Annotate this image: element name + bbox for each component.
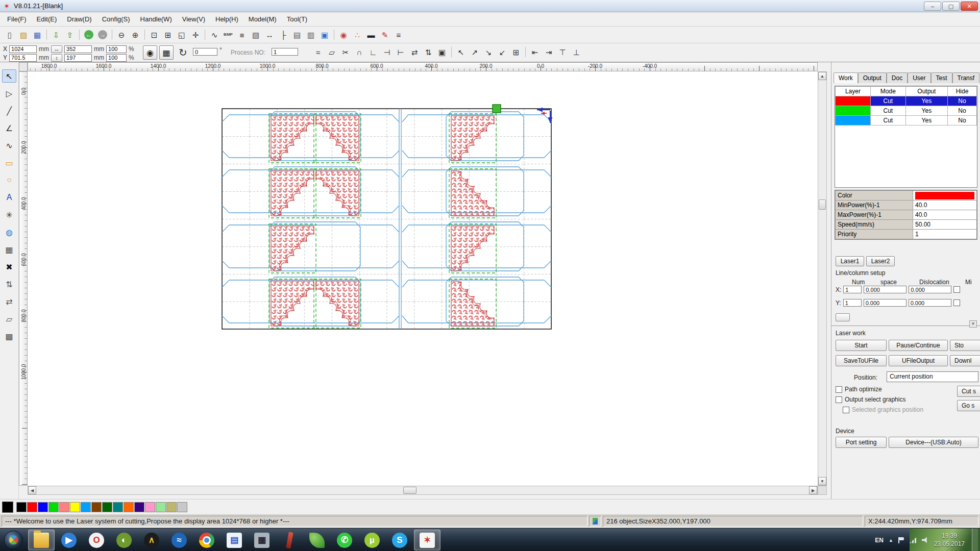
y-dislocation-input[interactable] [909, 299, 951, 307]
start-button-windows[interactable] [4, 531, 23, 549]
palette-color[interactable] [134, 502, 144, 512]
align-right-edge-button[interactable]: ⇥ [542, 45, 555, 59]
node-edit-button[interactable]: ▱ [325, 45, 338, 59]
width-input[interactable] [64, 45, 92, 53]
layer-color-cell[interactable] [836, 116, 871, 126]
scale-y-input[interactable] [106, 54, 127, 62]
join-path-button[interactable]: ⊢ [394, 45, 407, 59]
palette-color[interactable] [166, 502, 177, 512]
y-mirror-checkbox[interactable] [953, 299, 960, 306]
scroll-down-icon[interactable]: ▼ [818, 477, 826, 485]
horizontal-ruler[interactable]: 1800.01600.01400.01200.01000.0800.0600.0… [28, 62, 818, 71]
menu-view[interactable]: View(V) [177, 13, 210, 25]
volume-icon[interactable] [922, 537, 929, 543]
node-select-tool-button[interactable]: ▷ [2, 87, 16, 100]
mirror-vertical-tool-button[interactable]: ⇅ [2, 278, 16, 291]
pan-view-button[interactable]: ✛ [189, 28, 202, 41]
array-copy-tool-button[interactable]: ▦ [2, 243, 16, 256]
trace-bitmap-button[interactable]: ◉ [337, 28, 350, 41]
pause-continue-button[interactable]: Pause/Continue [889, 340, 948, 351]
y-num-input[interactable] [843, 299, 862, 307]
star-tool-button[interactable]: ✳ [2, 208, 16, 221]
action-center-flag-icon[interactable] [898, 537, 904, 543]
align-top-right-button[interactable]: ↗ [468, 45, 481, 59]
zoom-in-button[interactable]: ⊕ [129, 28, 142, 41]
taskbar-rdworks[interactable]: ✶ [414, 530, 440, 550]
tab-output[interactable]: Output [858, 72, 887, 83]
property-value[interactable]: 50.00 [913, 220, 977, 230]
width-arrow-icon[interactable]: ↔ [51, 45, 62, 53]
palette-color[interactable] [38, 502, 48, 512]
taskbar-explorer[interactable] [28, 530, 55, 550]
new-file-button[interactable]: ▯ [3, 28, 16, 41]
lock-ratio-button[interactable]: ◉ [143, 45, 157, 60]
layer-cell[interactable]: Yes [905, 96, 947, 106]
round-corner-button[interactable]: ∩ [353, 45, 366, 59]
break-path-button[interactable]: ⊣ [380, 45, 394, 59]
tab-user[interactable]: User [908, 72, 930, 83]
layer-cell[interactable]: No [947, 106, 976, 116]
ufile-output-button[interactable]: UFileOutput [889, 355, 948, 366]
close-button[interactable]: ✕ [961, 2, 978, 11]
tray-expand-icon[interactable]: ▲ [889, 538, 893, 543]
taskbar-calculator[interactable]: ▦ [249, 530, 275, 550]
download-button[interactable]: Downl [950, 355, 980, 366]
start-button[interactable]: Start [836, 340, 887, 351]
scroll-right-icon[interactable]: ▶ [809, 486, 817, 494]
sharp-corner-button[interactable]: ∟ [366, 45, 380, 59]
y-space-input[interactable] [864, 299, 906, 307]
taskbar-chrome-browser[interactable] [193, 530, 220, 550]
clock[interactable]: 19:39 23.05.2017 [934, 532, 965, 548]
fill-color-button[interactable]: ■ [235, 28, 249, 41]
height-arrow-icon[interactable]: ↕ [51, 54, 62, 62]
cut-path-button[interactable]: ✂ [339, 45, 352, 59]
palette-color[interactable] [113, 502, 123, 512]
print-preview-button[interactable]: ▥ [304, 28, 317, 41]
scale-x-input[interactable] [106, 45, 127, 53]
layer-color-cell[interactable] [836, 96, 871, 106]
stop-button[interactable]: Sto [950, 340, 980, 351]
taskbar-notes-app[interactable]: ▤ [221, 530, 248, 550]
layer-cell[interactable]: Cut [870, 116, 905, 126]
menu-help[interactable]: Help(H) [210, 13, 243, 25]
minimize-button[interactable]: – [924, 2, 941, 11]
image-tool-button[interactable]: ◍ [2, 226, 16, 239]
layer-color-swatch[interactable] [915, 192, 974, 199]
ellipse-tool-button[interactable]: ○ [2, 173, 16, 187]
align-top-edge-button[interactable]: ⊤ [556, 45, 569, 59]
curve-tool-button[interactable]: ∿ [208, 28, 221, 41]
tab-test[interactable]: Test [931, 72, 952, 83]
palette-color[interactable] [27, 502, 37, 512]
port-setting-button[interactable]: Port setting [836, 437, 887, 448]
layer-cell[interactable]: Yes [905, 116, 947, 126]
vertical-scrollbar[interactable]: ▲ ▼ [818, 71, 827, 486]
taskbar-whatsapp[interactable]: ✆ [331, 530, 358, 550]
taskbar-media-player[interactable]: ▶ [56, 530, 82, 550]
vertical-ruler[interactable]: 0.0200.0400.0600.0800.01000.0 [19, 71, 28, 486]
palette-color[interactable] [102, 502, 112, 512]
rectangle-tool-button[interactable]: ▭ [2, 156, 16, 169]
array-setup-button[interactable]: ▦ [159, 45, 174, 60]
offset-tool-button[interactable]: ▱ [2, 312, 16, 325]
fit-curve-button[interactable]: ≈ [311, 45, 325, 59]
menu-model[interactable]: Model(M) [243, 13, 282, 25]
maximize-button[interactable]: ▢ [942, 2, 960, 11]
selected-graphics-position-checkbox[interactable] [843, 407, 849, 413]
menu-draw[interactable]: Draw(D) [62, 13, 96, 25]
select-tool-button[interactable]: ↖ [2, 69, 16, 83]
align-center-button[interactable]: ⊞ [509, 45, 523, 59]
x-num-input[interactable] [843, 286, 862, 293]
zoom-all-button[interactable]: ⊞ [161, 28, 175, 41]
scroll-up-icon[interactable]: ▲ [818, 72, 826, 80]
layer-row[interactable]: CutYesNo [836, 96, 977, 106]
line-tool-button[interactable]: ╱ [2, 104, 16, 117]
selection-handle[interactable] [493, 105, 501, 113]
taskbar-opera-browser[interactable]: O [83, 530, 110, 550]
save-to-ufile-button[interactable]: SaveToUFile [836, 355, 887, 366]
delete-tool-button[interactable]: ✖ [2, 260, 16, 273]
layer-row[interactable]: CutYesNo [836, 106, 977, 116]
x-space-input[interactable] [864, 286, 906, 293]
output-select-graphics-checkbox[interactable] [836, 396, 842, 403]
monitor-view-button[interactable]: ▣ [318, 28, 331, 41]
zoom-window-button[interactable]: ⊡ [148, 28, 161, 41]
